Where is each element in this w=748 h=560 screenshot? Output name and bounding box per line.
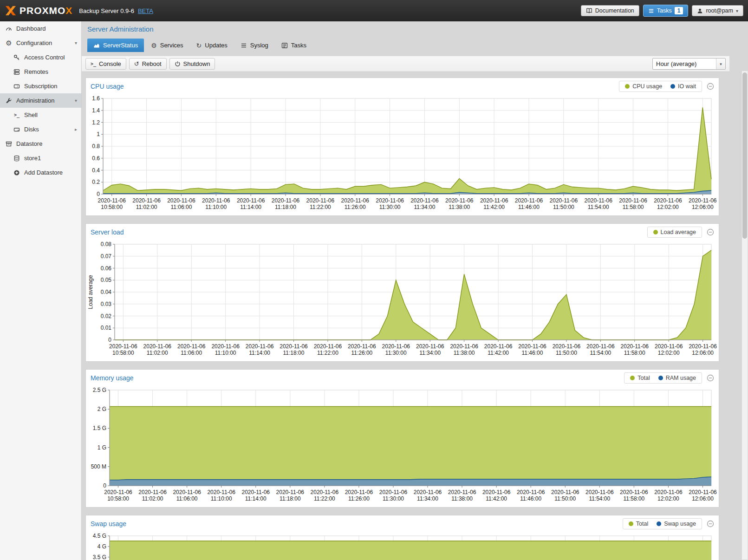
svg-text:2020-11-06: 2020-11-06	[414, 489, 442, 495]
tab-updates[interactable]: ↻ Updates	[190, 39, 234, 52]
chevron-down-icon[interactable]: ▾	[75, 98, 77, 103]
svg-text:1.6: 1.6	[92, 95, 100, 102]
svg-text:11:02:00: 11:02:00	[136, 204, 157, 210]
sidebar-item-subscription[interactable]: Subscription	[0, 79, 81, 93]
collapse-icon[interactable]	[707, 520, 714, 527]
svg-text:11:30:00: 11:30:00	[385, 350, 407, 356]
tab-label: ServerStatus	[103, 42, 138, 49]
tab-label: Services	[160, 42, 183, 49]
sidebar-item-remotes[interactable]: Remotes	[0, 65, 81, 79]
collapse-icon[interactable]	[707, 228, 714, 236]
chart-legend: TotalSwap usage	[623, 518, 702, 529]
svg-text:12:02:00: 12:02:00	[658, 350, 680, 356]
svg-text:11:34:00: 11:34:00	[417, 495, 438, 502]
svg-text:2 G: 2 G	[98, 406, 106, 412]
svg-text:2020-11-06: 2020-11-06	[132, 197, 161, 204]
sidebar-item-datastore[interactable]: Datastore	[0, 137, 81, 151]
terminal-icon: >_	[91, 61, 96, 66]
svg-text:11:02:00: 11:02:00	[147, 350, 168, 356]
legend-item: Load average	[653, 229, 696, 235]
time-range-select[interactable]: Hour (average) ▾	[652, 58, 726, 70]
svg-text:2020-11-06: 2020-11-06	[341, 197, 369, 204]
svg-text:2020-11-06: 2020-11-06	[138, 489, 167, 495]
sidebar-item-access-control[interactable]: Access Control	[0, 50, 81, 65]
documentation-button[interactable]: Documentation	[581, 5, 639, 16]
shutdown-button[interactable]: Shutdown	[169, 58, 215, 70]
svg-text:0: 0	[103, 482, 106, 489]
svg-text:2020-11-06: 2020-11-06	[211, 343, 240, 350]
vertical-scrollbar[interactable]	[741, 71, 748, 560]
svg-text:0.6: 0.6	[92, 155, 100, 162]
svg-text:2020-11-06: 2020-11-06	[345, 489, 373, 495]
console-button[interactable]: >_ Console	[85, 58, 126, 70]
sidebar-item-label: Datastore	[16, 140, 42, 147]
legend-dot-icon	[653, 230, 658, 234]
legend-dot-icon	[630, 376, 635, 380]
chevron-right-icon[interactable]: ▸	[75, 127, 77, 132]
sidebar-item-add-datastore[interactable]: Add Datastore	[0, 165, 81, 180]
svg-text:2020-11-06: 2020-11-06	[550, 197, 578, 204]
svg-text:2020-11-06: 2020-11-06	[177, 343, 206, 350]
svg-text:2020-11-06: 2020-11-06	[173, 489, 201, 495]
svg-text:2020-11-06: 2020-11-06	[98, 197, 126, 204]
collapse-icon[interactable]	[707, 83, 714, 90]
svg-text:0.03: 0.03	[101, 301, 112, 307]
reboot-button[interactable]: ↺ Reboot	[129, 58, 167, 70]
user-menu-button[interactable]: root@pam ▾	[692, 5, 743, 16]
svg-text:11:18:00: 11:18:00	[280, 495, 301, 502]
sidebar-item-administration[interactable]: Administration ▾	[0, 93, 81, 108]
scrollbar-thumb[interactable]	[742, 72, 747, 239]
svg-text:2020-11-06: 2020-11-06	[237, 197, 265, 204]
svg-text:4 G: 4 G	[98, 543, 106, 550]
tab-serverstatus[interactable]: ServerStatus	[87, 39, 144, 52]
svg-text:11:42:00: 11:42:00	[483, 204, 505, 210]
svg-text:11:14:00: 11:14:00	[240, 204, 261, 210]
svg-text:11:46:00: 11:46:00	[518, 204, 540, 210]
sidebar-item-label: Subscription	[24, 83, 58, 90]
svg-text:0.02: 0.02	[101, 313, 112, 319]
app-title: Backup Server 0.9-6	[79, 7, 134, 14]
tab-services[interactable]: ⚙ Services	[145, 39, 189, 52]
svg-text:2020-11-06: 2020-11-06	[584, 197, 612, 204]
svg-text:0.04: 0.04	[101, 289, 112, 295]
panels-container: CPU usage CPU usageIO wait 2020-11-0610:…	[82, 72, 729, 560]
wrench-icon	[5, 98, 13, 104]
collapse-icon[interactable]	[707, 374, 714, 382]
svg-text:2020-11-06: 2020-11-06	[104, 489, 132, 495]
sidebar-item-store1[interactable]: store1	[0, 151, 81, 165]
svg-text:1.4: 1.4	[92, 107, 100, 114]
svg-text:11:38:00: 11:38:00	[451, 495, 473, 502]
plus-circle-icon	[13, 169, 21, 176]
svg-text:11:06:00: 11:06:00	[176, 495, 198, 502]
sidebar-item-dashboard[interactable]: Dashboard	[0, 21, 81, 36]
sidebar-item-disks[interactable]: Disks ▸	[0, 122, 81, 137]
proxmox-logo: PROXMOX	[5, 5, 72, 16]
legend-label: IO wait	[678, 83, 696, 90]
key-icon	[13, 54, 21, 61]
panel-title: CPU usage	[91, 83, 124, 90]
tab-syslog[interactable]: Syslog	[234, 39, 274, 52]
svg-text:2020-11-06: 2020-11-06	[280, 343, 308, 350]
tab-tasks[interactable]: Tasks	[275, 39, 312, 52]
memory-usage-chart: 2020-11-0610:58:002020-11-0611:02:002020…	[86, 385, 719, 507]
beta-link[interactable]: BETA	[138, 7, 153, 14]
svg-text:2020-11-06: 2020-11-06	[241, 489, 270, 495]
sidebar-item-label: Add Datastore	[24, 169, 63, 176]
svg-text:2020-11-06: 2020-11-06	[484, 343, 513, 350]
sidebar-item-label: Disks	[24, 126, 39, 133]
svg-text:2020-11-06: 2020-11-06	[621, 343, 649, 350]
sidebar-item-shell[interactable]: >_ Shell	[0, 108, 81, 122]
svg-text:2020-11-06: 2020-11-06	[246, 343, 274, 350]
task-list-icon	[648, 8, 654, 14]
chevron-down-icon: ▾	[736, 8, 738, 13]
sidebar-item-configuration[interactable]: ⚙ Configuration ▾	[0, 36, 81, 50]
svg-text:11:26:00: 11:26:00	[351, 350, 372, 356]
refresh-icon: ↻	[196, 42, 202, 49]
tasks-button[interactable]: Tasks 1	[643, 5, 689, 17]
svg-text:2020-11-06: 2020-11-06	[207, 489, 235, 495]
chevron-down-icon[interactable]: ▾	[75, 40, 77, 46]
svg-text:2020-11-06: 2020-11-06	[143, 343, 172, 350]
memory-usage-panel: Memory usage TotalRAM usage 2020-11-0610…	[85, 369, 719, 508]
undo-icon: ↺	[134, 61, 139, 67]
svg-text:2020-11-06: 2020-11-06	[348, 343, 376, 350]
